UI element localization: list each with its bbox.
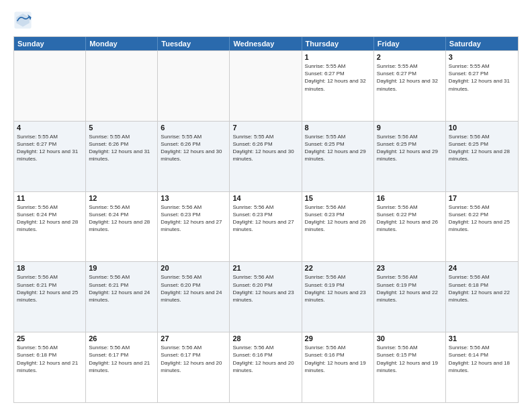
day-number: 21 xyxy=(232,264,298,272)
cal-cell: 26Sunrise: 5:56 AMSunset: 6:17 PMDayligh… xyxy=(86,332,158,402)
week-row-5: 25Sunrise: 5:56 AMSunset: 6:18 PMDayligh… xyxy=(14,332,518,402)
day-info: Sunrise: 5:55 AMSunset: 6:26 PMDaylight:… xyxy=(232,133,298,163)
day-number: 3 xyxy=(449,53,515,61)
cal-cell: 5Sunrise: 5:55 AMSunset: 6:26 PMDaylight… xyxy=(86,122,158,191)
day-number: 25 xyxy=(17,334,83,342)
day-info: Sunrise: 5:55 AMSunset: 6:27 PMDaylight:… xyxy=(449,62,515,93)
cal-cell: 22Sunrise: 5:56 AMSunset: 6:19 PMDayligh… xyxy=(302,262,374,332)
cal-cell: 14Sunrise: 5:56 AMSunset: 6:23 PMDayligh… xyxy=(230,192,302,262)
cal-cell: 17Sunrise: 5:56 AMSunset: 6:22 PMDayligh… xyxy=(446,192,518,262)
day-info: Sunrise: 5:55 AMSunset: 6:27 PMDaylight:… xyxy=(17,133,83,163)
cal-cell: 18Sunrise: 5:56 AMSunset: 6:21 PMDayligh… xyxy=(14,262,86,332)
calendar-body: 1Sunrise: 5:55 AMSunset: 6:27 PMDaylight… xyxy=(14,50,518,402)
day-number: 12 xyxy=(89,194,154,202)
day-number: 5 xyxy=(89,124,154,132)
header-day-friday: Friday xyxy=(374,37,446,50)
cal-cell: 10Sunrise: 5:56 AMSunset: 6:25 PMDayligh… xyxy=(446,122,518,191)
day-info: Sunrise: 5:56 AMSunset: 6:16 PMDaylight:… xyxy=(232,344,298,374)
day-number: 10 xyxy=(449,124,515,132)
day-number: 28 xyxy=(232,334,298,342)
cal-cell: 19Sunrise: 5:56 AMSunset: 6:21 PMDayligh… xyxy=(86,262,158,332)
day-info: Sunrise: 5:56 AMSunset: 6:20 PMDaylight:… xyxy=(161,273,226,304)
day-info: Sunrise: 5:56 AMSunset: 6:23 PMDaylight:… xyxy=(161,203,226,234)
cal-cell: 16Sunrise: 5:56 AMSunset: 6:22 PMDayligh… xyxy=(374,192,446,262)
day-info: Sunrise: 5:56 AMSunset: 6:18 PMDaylight:… xyxy=(17,344,83,374)
cal-cell: 12Sunrise: 5:56 AMSunset: 6:24 PMDayligh… xyxy=(86,192,158,262)
header-day-sunday: Sunday xyxy=(14,37,86,50)
week-row-2: 4Sunrise: 5:55 AMSunset: 6:27 PMDaylight… xyxy=(14,121,518,191)
cal-cell: 28Sunrise: 5:56 AMSunset: 6:16 PMDayligh… xyxy=(230,332,302,402)
cal-cell: 9Sunrise: 5:56 AMSunset: 6:25 PMDaylight… xyxy=(374,122,446,191)
day-info: Sunrise: 5:55 AMSunset: 6:26 PMDaylight:… xyxy=(161,133,226,163)
day-number: 27 xyxy=(161,334,226,342)
day-info: Sunrise: 5:56 AMSunset: 6:22 PMDaylight:… xyxy=(377,203,443,234)
day-number: 4 xyxy=(17,124,83,132)
week-row-4: 18Sunrise: 5:56 AMSunset: 6:21 PMDayligh… xyxy=(14,261,518,332)
logo xyxy=(13,11,35,30)
header-day-tuesday: Tuesday xyxy=(158,37,230,50)
day-number: 31 xyxy=(449,334,515,342)
day-number: 2 xyxy=(377,53,443,61)
cal-cell xyxy=(230,51,302,121)
day-info: Sunrise: 5:56 AMSunset: 6:16 PMDaylight:… xyxy=(305,344,371,374)
cal-cell: 25Sunrise: 5:56 AMSunset: 6:18 PMDayligh… xyxy=(14,332,86,402)
day-number: 14 xyxy=(232,194,298,202)
day-info: Sunrise: 5:56 AMSunset: 6:20 PMDaylight:… xyxy=(232,273,298,304)
cal-cell: 30Sunrise: 5:56 AMSunset: 6:15 PMDayligh… xyxy=(374,332,446,402)
day-info: Sunrise: 5:56 AMSunset: 6:21 PMDaylight:… xyxy=(17,273,83,304)
cal-cell: 3Sunrise: 5:55 AMSunset: 6:27 PMDaylight… xyxy=(446,51,518,121)
page: SundayMondayTuesdayWednesdayThursdayFrid… xyxy=(0,0,532,411)
day-info: Sunrise: 5:56 AMSunset: 6:17 PMDaylight:… xyxy=(161,344,226,374)
day-number: 20 xyxy=(161,264,226,272)
day-number: 26 xyxy=(89,334,154,342)
cal-cell: 20Sunrise: 5:56 AMSunset: 6:20 PMDayligh… xyxy=(158,262,230,332)
header-day-saturday: Saturday xyxy=(446,37,518,50)
day-info: Sunrise: 5:56 AMSunset: 6:23 PMDaylight:… xyxy=(232,203,298,234)
calendar-header: SundayMondayTuesdayWednesdayThursdayFrid… xyxy=(14,37,518,50)
day-info: Sunrise: 5:56 AMSunset: 6:19 PMDaylight:… xyxy=(377,273,443,304)
day-number: 29 xyxy=(305,334,371,342)
cal-cell: 31Sunrise: 5:56 AMSunset: 6:14 PMDayligh… xyxy=(446,332,518,402)
day-info: Sunrise: 5:56 AMSunset: 6:21 PMDaylight:… xyxy=(89,273,154,304)
day-number: 16 xyxy=(377,194,443,202)
header xyxy=(13,11,519,30)
cal-cell: 11Sunrise: 5:56 AMSunset: 6:24 PMDayligh… xyxy=(14,192,86,262)
day-number: 7 xyxy=(232,124,298,132)
calendar: SundayMondayTuesdayWednesdayThursdayFrid… xyxy=(13,36,519,403)
day-info: Sunrise: 5:55 AMSunset: 6:26 PMDaylight:… xyxy=(89,133,154,163)
cal-cell: 2Sunrise: 5:55 AMSunset: 6:27 PMDaylight… xyxy=(374,51,446,121)
cal-cell: 1Sunrise: 5:55 AMSunset: 6:27 PMDaylight… xyxy=(302,51,374,121)
logo-icon xyxy=(13,11,32,30)
header-day-monday: Monday xyxy=(86,37,158,50)
cal-cell xyxy=(158,51,230,121)
day-number: 30 xyxy=(377,334,443,342)
day-info: Sunrise: 5:56 AMSunset: 6:17 PMDaylight:… xyxy=(89,344,154,374)
day-number: 17 xyxy=(449,194,515,202)
cal-cell: 13Sunrise: 5:56 AMSunset: 6:23 PMDayligh… xyxy=(158,192,230,262)
week-row-1: 1Sunrise: 5:55 AMSunset: 6:27 PMDaylight… xyxy=(14,50,518,121)
cal-cell xyxy=(14,51,86,121)
day-info: Sunrise: 5:56 AMSunset: 6:25 PMDaylight:… xyxy=(449,133,515,163)
header-day-wednesday: Wednesday xyxy=(230,37,302,50)
day-info: Sunrise: 5:56 AMSunset: 6:25 PMDaylight:… xyxy=(377,133,443,163)
day-info: Sunrise: 5:56 AMSunset: 6:19 PMDaylight:… xyxy=(305,273,371,304)
day-info: Sunrise: 5:55 AMSunset: 6:27 PMDaylight:… xyxy=(305,62,371,93)
day-number: 24 xyxy=(449,264,515,272)
day-number: 11 xyxy=(17,194,83,202)
header-day-thursday: Thursday xyxy=(302,37,374,50)
cal-cell: 6Sunrise: 5:55 AMSunset: 6:26 PMDaylight… xyxy=(158,122,230,191)
day-number: 6 xyxy=(161,124,226,132)
day-number: 9 xyxy=(377,124,443,132)
day-info: Sunrise: 5:55 AMSunset: 6:25 PMDaylight:… xyxy=(305,133,371,163)
cal-cell: 29Sunrise: 5:56 AMSunset: 6:16 PMDayligh… xyxy=(302,332,374,402)
cal-cell: 7Sunrise: 5:55 AMSunset: 6:26 PMDaylight… xyxy=(230,122,302,191)
cal-cell: 4Sunrise: 5:55 AMSunset: 6:27 PMDaylight… xyxy=(14,122,86,191)
day-number: 22 xyxy=(305,264,371,272)
day-number: 18 xyxy=(17,264,83,272)
cal-cell: 23Sunrise: 5:56 AMSunset: 6:19 PMDayligh… xyxy=(374,262,446,332)
day-info: Sunrise: 5:56 AMSunset: 6:15 PMDaylight:… xyxy=(377,344,443,374)
day-info: Sunrise: 5:55 AMSunset: 6:27 PMDaylight:… xyxy=(377,62,443,93)
day-info: Sunrise: 5:56 AMSunset: 6:24 PMDaylight:… xyxy=(17,203,83,234)
cal-cell: 8Sunrise: 5:55 AMSunset: 6:25 PMDaylight… xyxy=(302,122,374,191)
day-number: 15 xyxy=(305,194,371,202)
